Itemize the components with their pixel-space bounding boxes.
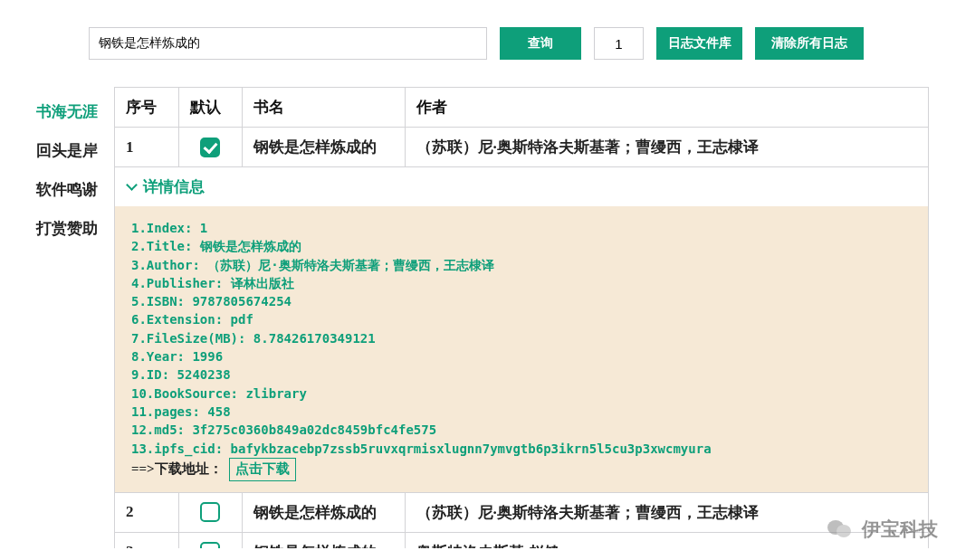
wechat-icon (827, 520, 853, 538)
sidebar: 书海无涯 回头是岸 软件鸣谢 打赏赞助 (36, 87, 114, 548)
table-row[interactable]: 1 钢铁是怎样炼成的 （苏联）尼·奥斯特洛夫斯基著；曹缦西，王志棣译 (115, 128, 929, 167)
checkbox-default[interactable] (200, 502, 220, 522)
table-row[interactable]: 2 钢铁是怎样炼成的 （苏联）尼·奥斯特洛夫斯基著；曹缦西，王志棣译 (115, 492, 929, 532)
cell-index: 3 (115, 532, 178, 548)
col-default: 默认 (178, 88, 242, 128)
cell-index: 1 (115, 128, 178, 167)
brand-watermark: 伊宝科技 (827, 517, 938, 542)
table-header-row: 序号 默认 书名 作者 (115, 88, 929, 128)
results-table: 序号 默认 书名 作者 1 钢铁是怎样炼成的 （苏联）尼·奥斯特洛夫斯基著；曹缦… (114, 87, 929, 548)
cell-index: 2 (115, 492, 178, 532)
sidebar-item-donate[interactable]: 打赏赞助 (36, 209, 114, 248)
sidebar-item-return[interactable]: 回头是岸 (36, 131, 114, 170)
chevron-down-icon (126, 179, 138, 191)
sidebar-item-thanks[interactable]: 软件鸣谢 (36, 170, 114, 209)
search-input[interactable] (89, 27, 487, 60)
detail-row: 详情信息 1.Index: 1 2.Title: 钢铁是怎样炼成的 3.Auth… (115, 167, 929, 493)
download-link[interactable]: 点击下载 (229, 458, 296, 481)
checkbox-default[interactable] (200, 138, 220, 157)
sidebar-item-bookocean[interactable]: 书海无涯 (36, 92, 114, 131)
cell-author: （苏联）尼·奥斯特洛夫斯基著；曹缦西，王志棣译 (405, 128, 929, 167)
page-number-input[interactable] (594, 27, 644, 60)
query-button[interactable]: 查询 (500, 27, 581, 60)
detail-header-label: 详情信息 (143, 176, 205, 197)
log-store-button[interactable]: 日志文件库 (656, 27, 742, 60)
cell-title: 钢铁是怎样炼成的 (242, 532, 405, 548)
checkbox-default[interactable] (200, 542, 220, 548)
topbar: 查询 日志文件库 清除所有日志 (0, 27, 956, 60)
table-row[interactable]: 3 钢铁是怎样炼成的 奥斯特洛夫斯基;赵健 (115, 532, 929, 548)
brand-label: 伊宝科技 (862, 517, 938, 542)
detail-toggle[interactable]: 详情信息 (115, 167, 928, 206)
clear-logs-button[interactable]: 清除所有日志 (755, 27, 864, 60)
download-prefix: ==>下载地址： (131, 461, 223, 476)
col-index: 序号 (115, 88, 178, 128)
cell-title: 钢铁是怎样炼成的 (242, 492, 405, 532)
cell-title: 钢铁是怎样炼成的 (242, 128, 405, 167)
col-title: 书名 (242, 88, 405, 128)
col-author: 作者 (405, 88, 929, 128)
detail-body: 1.Index: 1 2.Title: 钢铁是怎样炼成的 3.Author: （… (115, 206, 928, 492)
